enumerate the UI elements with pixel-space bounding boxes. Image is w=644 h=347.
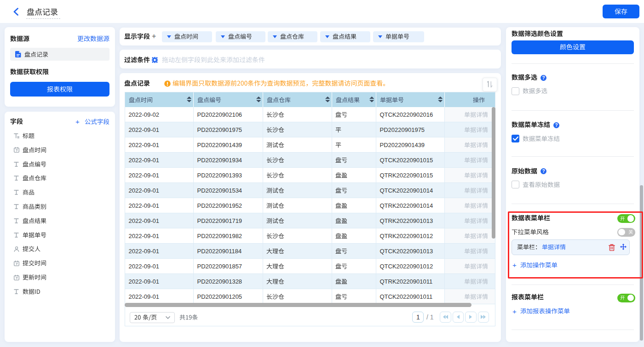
svg-text:?: ? bbox=[542, 169, 545, 174]
svg-text:?: ? bbox=[555, 122, 558, 127]
svg-text:?: ? bbox=[542, 75, 545, 80]
